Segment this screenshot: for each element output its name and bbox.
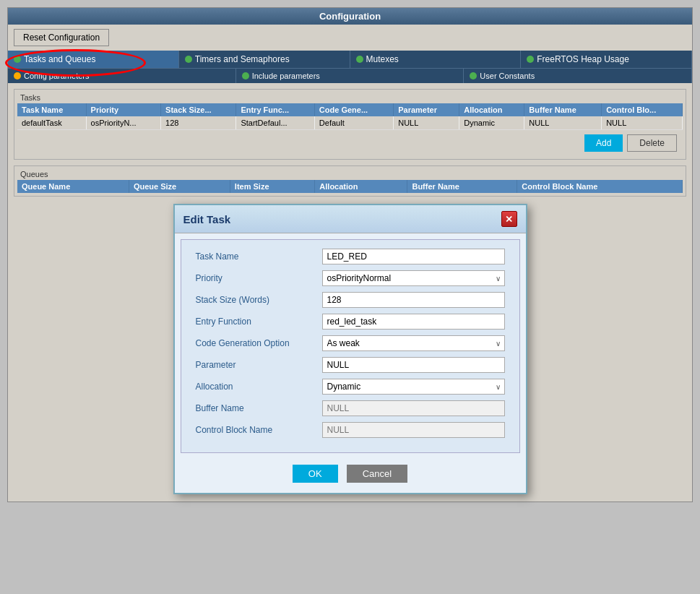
dialog-title: Edit Task [183,213,231,225]
col-priority: Priority [86,103,160,116]
form-row: Buffer Name [196,400,505,416]
window-title: Configuration [8,8,692,25]
col-buffer-name: Buffer Name [524,103,602,116]
sub-tab-dot-constants [470,72,477,79]
col-queue-name: Queue Name [17,180,129,193]
tab-dot-timers [185,56,192,63]
tab-tasks-queues[interactable]: Tasks and Queues [8,51,179,68]
tasks-section-label: Tasks [17,93,43,102]
form-label: Buffer Name [196,403,322,413]
form-select-priority[interactable]: osPriorityNormal [322,270,505,286]
form-row: PriorityosPriorityNormal [196,270,505,286]
sub-tab-constants[interactable]: User Constants [464,69,692,83]
form-label: Task Name [196,251,322,262]
tasks-btn-row: Add Delete [17,130,683,156]
form-row: AllocationDynamic [196,379,505,395]
form-input-buffer-name[interactable] [322,400,505,416]
sub-tab-dot-include [242,72,249,79]
dialog-title-bar: Edit Task ✕ [175,205,526,233]
col-item-size: Item Size [230,180,314,193]
form-label: Code Generation Option [196,338,322,348]
col-parameter: Parameter [394,103,459,116]
tab-dot-heap [527,56,534,63]
edit-task-dialog: Edit Task ✕ Task NamePriorityosPriorityN… [173,204,527,494]
sub-tab-config[interactable]: Config parameters [8,69,236,83]
add-task-button[interactable]: Add [584,134,623,152]
dialog-body: Task NamePriorityosPriorityNormalStack S… [181,239,520,453]
queues-section-label: Queues [17,170,51,178]
form-input-task-name[interactable] [322,249,505,264]
form-row: Code Generation OptionAs weak [196,335,505,351]
form-row: Parameter [196,357,505,373]
form-row: Control Block Name [196,422,505,438]
col-task-name: Task Name [17,103,86,116]
form-row: Task Name [196,249,505,264]
queues-table-header: Queue Name Queue Size Item Size Allocati… [17,180,683,193]
tab-freertos-heap[interactable]: FreeRTOS Heap Usage [521,51,692,68]
tabs-row: Tasks and Queues Timers and Semaphores M… [8,51,692,68]
col-code-gen: Code Gene... [314,103,393,116]
form-row: Stack Size (Words) [196,292,505,308]
col-allocation: Allocation [459,103,524,116]
sub-tab-dot-config [14,72,21,79]
form-input-control-block-name[interactable] [322,422,505,438]
sub-tab-include[interactable]: Include parameters [236,69,464,83]
form-label: Allocation [196,382,322,392]
form-select-code-generation-option[interactable]: As weak [322,335,505,351]
tasks-table-header: Task Name Priority Stack Size... Entry F… [17,103,683,116]
tab-timers-semaphores[interactable]: Timers and Semaphores [179,51,350,68]
form-select-allocation[interactable]: Dynamic [322,379,505,395]
form-label: Parameter [196,360,322,370]
queues-table: Queue Name Queue Size Item Size Allocati… [17,180,683,193]
col-control-block: Control Blo... [602,103,683,116]
reset-config-button[interactable]: Reset Configuration [14,29,109,46]
tasks-table: Task Name Priority Stack Size... Entry F… [17,103,683,130]
delete-task-button[interactable]: Delete [627,134,677,152]
form-row: Entry Function [196,314,505,330]
toolbar: Reset Configuration [8,25,692,51]
col-entry-func: Entry Func... [236,103,314,116]
dialog-close-button[interactable]: ✕ [501,211,517,227]
col-stack-size: Stack Size... [161,103,236,116]
tab-dot-mutexes [356,56,363,63]
form-label: Stack Size (Words) [196,295,322,305]
dialog-cancel-button[interactable]: Cancel [347,465,407,483]
sub-tabs-row: Config parameters Include parameters Use… [8,68,692,83]
form-label: Priority [196,273,322,283]
form-label: Entry Function [196,317,322,327]
dialog-footer: OK Cancel [175,459,526,493]
tasks-section: Tasks Task Name Priority Stack Size... E… [14,89,686,160]
queues-section: Queues Queue Name Queue Size Item Size A… [14,165,686,197]
main-window: Configuration Reset Configuration Tasks … [7,7,693,502]
tab-mutexes[interactable]: Mutexes [350,51,522,68]
dialog-ok-button[interactable]: OK [293,465,338,483]
tab-dot-tasks [14,56,21,63]
table-row[interactable]: defaultTaskosPriorityN...128StartDefaul.… [17,116,683,130]
col-queue-size: Queue Size [129,180,230,193]
form-label: Control Block Name [196,425,322,435]
col-queue-control-block: Control Block Name [517,180,683,193]
col-queue-buffer-name: Buffer Name [407,180,517,193]
form-input-entry-function[interactable] [322,314,505,330]
form-input-parameter[interactable] [322,357,505,373]
col-queue-allocation: Allocation [315,180,407,193]
form-input-stack-size-(words)[interactable] [322,292,505,308]
